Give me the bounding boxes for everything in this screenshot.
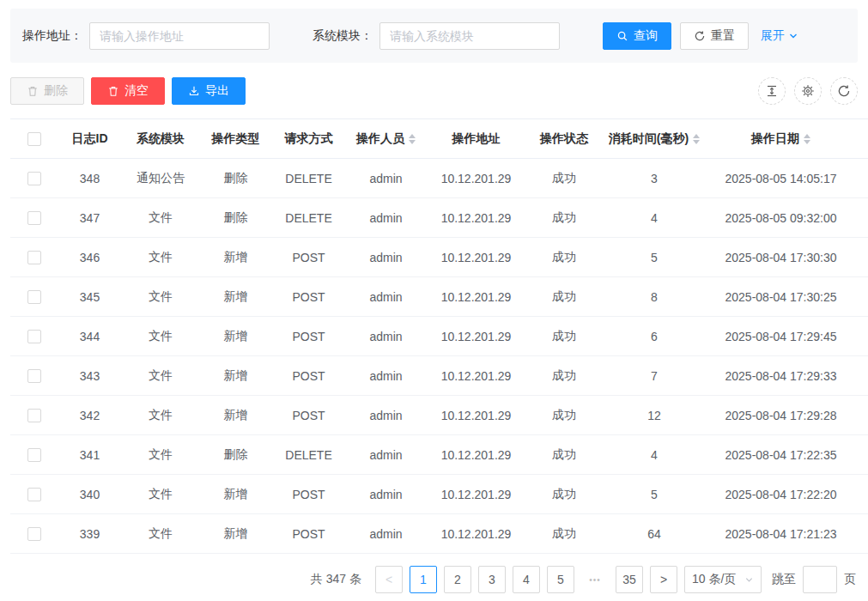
filter-item-module: 系统模块： (313, 22, 560, 50)
reset-button[interactable]: 重置 (680, 22, 749, 50)
page-ellipsis-button[interactable]: ••• (581, 566, 609, 593)
cell-log-id: 346 (58, 238, 122, 277)
cell-operator: admin (345, 277, 427, 317)
module-label: 系统模块： (313, 28, 373, 44)
filter-panel: 操作地址： 系统模块： 查询 重置 展开 (10, 9, 858, 63)
jump-page-input[interactable] (803, 566, 837, 593)
sort-carets-icon[interactable] (693, 134, 700, 144)
page-button-4[interactable]: 4 (513, 566, 540, 593)
delete-button[interactable]: 删除 (10, 77, 84, 105)
header-module: 系统模块 (122, 119, 199, 159)
row-checkbox[interactable] (27, 290, 41, 304)
page-button-5[interactable]: 5 (547, 566, 574, 593)
chevron-down-icon (788, 31, 798, 41)
row-checkbox-cell (10, 198, 58, 238)
cell-method: POST (272, 277, 345, 317)
page-size-select[interactable]: 10 条/页 (684, 566, 762, 593)
header-label: 操作日期 (751, 131, 799, 147)
cell-date: 2025-08-04 17:22:20 (706, 475, 856, 514)
next-page-button[interactable]: > (650, 566, 677, 593)
cell-action: 详细 (856, 435, 868, 475)
refresh-icon (837, 84, 851, 98)
cell-status: 成功 (525, 277, 603, 317)
header-operator[interactable]: 操作人员 (345, 119, 427, 159)
cell-op-type: 新增 (199, 475, 272, 514)
cell-op-type: 新增 (199, 356, 272, 396)
cell-address: 10.12.201.29 (427, 356, 525, 396)
cell-action: 详细 (856, 198, 868, 238)
cell-operator: admin (345, 317, 427, 356)
page-unit-label: 页 (844, 572, 856, 587)
cell-action: 详细 (856, 159, 868, 198)
row-checkbox[interactable] (27, 251, 41, 264)
settings-button[interactable] (794, 77, 822, 105)
cell-address: 10.12.201.29 (427, 238, 525, 277)
page-button-1[interactable]: 1 (410, 566, 437, 593)
address-input[interactable] (89, 22, 270, 50)
cell-module: 文件 (122, 435, 199, 475)
sort-carets-icon[interactable] (409, 134, 416, 144)
header-label: 操作人员 (356, 131, 404, 147)
clear-button[interactable]: 清空 (91, 77, 165, 105)
cell-action: 详细 (856, 238, 868, 277)
table-row: 340文件新增POSTadmin10.12.201.29成功52025-08-0… (10, 475, 868, 514)
cell-address: 10.12.201.29 (427, 475, 525, 514)
select-all-checkbox[interactable] (27, 132, 41, 146)
cell-status: 成功 (525, 356, 603, 396)
cell-address: 10.12.201.29 (427, 396, 525, 435)
page-buttons: 12345•••35 (410, 566, 643, 593)
trash-icon (107, 85, 119, 97)
row-checkbox[interactable] (27, 527, 41, 541)
search-icon (616, 30, 628, 42)
cell-operator: admin (345, 435, 427, 475)
cell-op-type: 删除 (199, 159, 272, 198)
row-checkbox[interactable] (27, 488, 41, 501)
cell-log-id: 339 (58, 514, 122, 554)
row-checkbox[interactable] (27, 409, 41, 422)
row-checkbox[interactable] (27, 369, 41, 383)
row-checkbox-cell (10, 356, 58, 396)
header-date[interactable]: 操作日期 (706, 119, 856, 159)
cell-operator: admin (345, 159, 427, 198)
table-row: 343文件新增POSTadmin10.12.201.29成功72025-08-0… (10, 356, 868, 396)
refresh-button[interactable] (830, 77, 858, 105)
prev-page-button[interactable]: < (375, 566, 403, 593)
density-button[interactable] (758, 77, 786, 105)
cell-method: POST (272, 475, 345, 514)
cell-action: 详细 (856, 514, 868, 554)
cell-status: 成功 (525, 435, 603, 475)
cell-operator: admin (345, 514, 427, 554)
page-button-3[interactable]: 3 (478, 566, 506, 593)
row-checkbox[interactable] (27, 211, 41, 225)
row-checkbox[interactable] (27, 448, 41, 462)
cell-operator: admin (345, 475, 427, 514)
table-row: 348通知公告删除DELETEadmin10.12.201.29成功32025-… (10, 159, 868, 198)
cell-log-id: 348 (58, 159, 122, 198)
expand-toggle[interactable]: 展开 (761, 28, 798, 44)
row-checkbox[interactable] (27, 330, 41, 343)
export-button[interactable]: 导出 (172, 77, 246, 105)
cell-duration: 5 (603, 475, 706, 514)
table-row: 341文件删除DELETEadmin10.12.201.29成功42025-08… (10, 435, 868, 475)
cell-status: 成功 (525, 475, 603, 514)
module-input[interactable] (379, 22, 560, 50)
cell-method: POST (272, 356, 345, 396)
toolbar: 删除 清空 导出 (10, 77, 858, 105)
cell-date: 2025-08-04 17:29:45 (706, 317, 856, 356)
row-checkbox-cell (10, 238, 58, 277)
row-checkbox-cell (10, 435, 58, 475)
sort-carets-icon[interactable] (804, 134, 810, 144)
row-checkbox[interactable] (27, 172, 41, 185)
page-button-35[interactable]: 35 (616, 566, 643, 593)
page-button-2[interactable]: 2 (444, 566, 471, 593)
operation-log-table: 日志ID系统模块操作类型请求方式操作人员操作地址操作状态消耗时间(毫秒)操作日期… (10, 118, 868, 554)
header-duration[interactable]: 消耗时间(毫秒) (603, 119, 706, 159)
cell-module: 文件 (122, 475, 199, 514)
cell-date: 2025-08-05 14:05:17 (706, 159, 856, 198)
row-checkbox-cell (10, 514, 58, 554)
search-button[interactable]: 查询 (603, 22, 671, 50)
table-row: 347文件删除DELETEadmin10.12.201.29成功42025-08… (10, 198, 868, 238)
cell-method: POST (272, 317, 345, 356)
cell-date: 2025-08-04 17:29:33 (706, 356, 856, 396)
cell-log-id: 341 (58, 435, 122, 475)
